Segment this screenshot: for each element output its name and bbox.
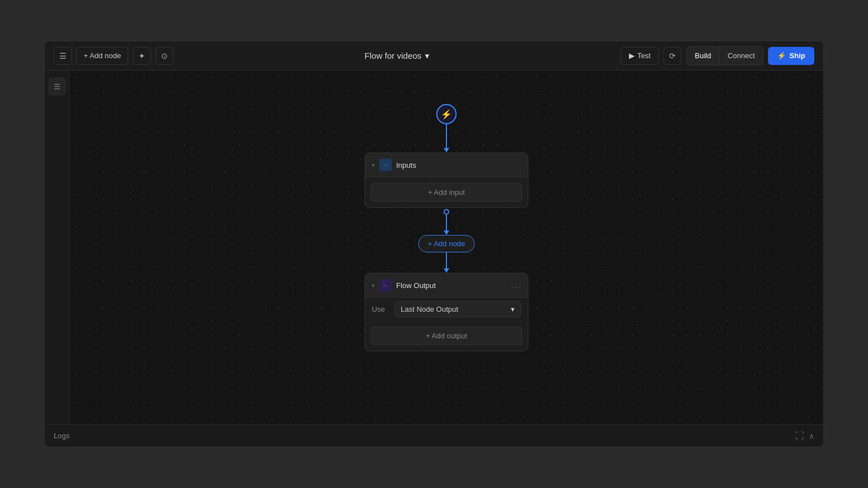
connector-dot bbox=[444, 209, 449, 215]
wand-icon: ✦ bbox=[138, 51, 145, 60]
main-area: ☰ ⚡ bbox=[45, 71, 823, 424]
ship-label: Ship bbox=[789, 51, 805, 60]
add-input-button[interactable]: + Add input bbox=[371, 183, 522, 202]
connector-addnode-to-output bbox=[444, 252, 449, 273]
build-label: Build bbox=[695, 51, 711, 60]
inputs-node-header: ▾ → Inputs bbox=[365, 153, 528, 177]
output-icon-symbol: ← bbox=[382, 281, 389, 289]
add-output-label: + Add output bbox=[426, 332, 467, 340]
test-label: Test bbox=[637, 51, 651, 60]
sidebar-mini: ☰ bbox=[45, 71, 70, 424]
app-window: ☰ + Add node ✦ ⊙ Flow for videos ▾ bbox=[44, 41, 824, 447]
collapse-logs-button[interactable]: ∧ bbox=[809, 432, 814, 441]
flow-title-text: Flow for videos bbox=[364, 51, 422, 60]
add-node-header-button[interactable]: + Add node bbox=[76, 47, 128, 65]
sidebar-mini-menu-icon: ☰ bbox=[54, 82, 60, 91]
build-button[interactable]: Build bbox=[687, 47, 719, 65]
connector-line-3a bbox=[446, 252, 447, 268]
output-node-header: ▾ ← Flow Output ... bbox=[365, 273, 528, 298]
output-use-row: Use Last Node Output ▾ bbox=[365, 298, 528, 321]
test-button[interactable]: ▶ Test bbox=[620, 47, 659, 65]
add-input-label: + Add input bbox=[428, 188, 465, 197]
output-collapse-button[interactable]: ▾ bbox=[372, 282, 375, 288]
search-icon: ⊙ bbox=[161, 51, 168, 60]
header-center: Flow for videos ▾ bbox=[178, 51, 615, 61]
expand-button[interactable]: ⛶ bbox=[795, 431, 804, 441]
output-node-icon: ← bbox=[379, 279, 392, 291]
build-connect-group: Build Connect bbox=[686, 46, 763, 66]
inputs-icon-symbol: → bbox=[382, 161, 389, 169]
flow-title-container[interactable]: Flow for videos ▾ bbox=[364, 51, 429, 61]
inputs-node-title: Inputs bbox=[396, 160, 521, 169]
header: ☰ + Add node ✦ ⊙ Flow for videos ▾ bbox=[45, 41, 823, 71]
flow-title-chevron: ▾ bbox=[425, 51, 429, 61]
inputs-node-icon: → bbox=[379, 159, 392, 171]
use-select[interactable]: Last Node Output ▾ bbox=[394, 301, 521, 317]
add-node-flow-button[interactable]: + Add node bbox=[418, 235, 475, 252]
menu-button[interactable]: ☰ bbox=[54, 47, 72, 65]
history-button[interactable]: ⟳ bbox=[663, 47, 682, 65]
connector-trigger-to-inputs bbox=[444, 124, 449, 152]
arrow-head-2 bbox=[444, 230, 449, 235]
connector-line-1 bbox=[446, 124, 447, 148]
logs-right: ⛶ ∧ bbox=[795, 431, 814, 441]
inputs-collapse-icon: ▾ bbox=[372, 162, 375, 168]
inputs-collapse-button[interactable]: ▾ bbox=[372, 162, 375, 168]
trigger-icon-symbol: ⚡ bbox=[441, 108, 452, 119]
output-node-body: + Add output bbox=[365, 321, 528, 351]
output-collapse-icon: ▾ bbox=[372, 282, 375, 288]
inputs-node-body: + Add input bbox=[365, 177, 528, 207]
wand-button[interactable]: ✦ bbox=[133, 47, 151, 65]
ship-button[interactable]: ⚡ Ship bbox=[768, 47, 814, 65]
search-button[interactable]: ⊙ bbox=[155, 47, 173, 65]
collapse-logs-icon: ∧ bbox=[809, 432, 814, 441]
flow-container: ⚡ ▾ → bbox=[364, 104, 528, 351]
connector-line-2a bbox=[446, 215, 447, 230]
header-left: ☰ + Add node ✦ ⊙ bbox=[54, 47, 173, 65]
sidebar-mini-menu-button[interactable]: ☰ bbox=[48, 77, 66, 95]
connect-label: Connect bbox=[727, 51, 754, 60]
connect-button[interactable]: Connect bbox=[719, 47, 762, 65]
header-right: ▶ Test ⟳ Build Connect ⚡ Ship bbox=[620, 46, 814, 66]
inputs-node: ▾ → Inputs + Add input bbox=[364, 152, 528, 208]
play-icon: ▶ bbox=[629, 51, 635, 60]
output-more-button[interactable]: ... bbox=[511, 281, 521, 290]
output-more-icon: ... bbox=[511, 281, 521, 290]
use-select-value: Last Node Output bbox=[401, 305, 458, 313]
add-output-button[interactable]: + Add output bbox=[371, 326, 522, 345]
use-select-chevron: ▾ bbox=[511, 305, 515, 313]
history-icon: ⟳ bbox=[669, 51, 676, 60]
add-node-flow-label: + Add node bbox=[428, 239, 465, 248]
arrow-head-1 bbox=[444, 148, 449, 152]
trigger-icon[interactable]: ⚡ bbox=[436, 104, 457, 124]
output-node-title: Flow Output bbox=[396, 281, 506, 289]
logs-label: Logs bbox=[54, 432, 70, 440]
arrow-head-3 bbox=[444, 268, 449, 273]
expand-icon: ⛶ bbox=[795, 431, 804, 441]
logs-bar: Logs ⛶ ∧ bbox=[45, 424, 823, 447]
menu-icon: ☰ bbox=[59, 51, 67, 60]
connector-inputs-to-addnode bbox=[444, 208, 449, 235]
use-label: Use bbox=[372, 305, 389, 313]
output-node: ▾ ← Flow Output ... Use bbox=[364, 273, 528, 351]
ship-icon: ⚡ bbox=[777, 51, 786, 60]
canvas[interactable]: ⚡ ▾ → bbox=[70, 71, 823, 424]
outer-background: ☰ + Add node ✦ ⊙ Flow for videos ▾ bbox=[0, 0, 868, 488]
add-node-header-label: + Add node bbox=[84, 51, 121, 60]
